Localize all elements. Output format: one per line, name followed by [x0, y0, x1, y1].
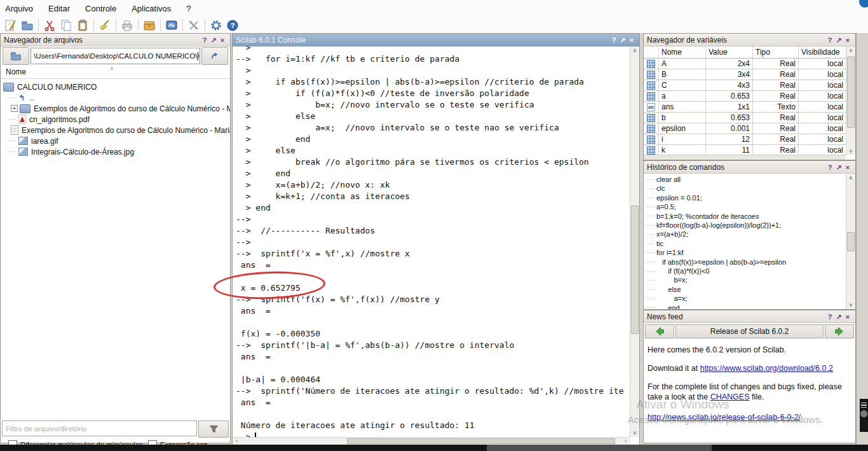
history-item[interactable]: clear all — [648, 175, 846, 184]
panel-help-icon[interactable]: ? — [200, 34, 209, 46]
variable-row[interactable]: k 11 Real local — [644, 145, 846, 155]
filter-funnel-icon[interactable] — [198, 420, 229, 438]
icon-column-header[interactable] — [644, 46, 659, 58]
scrollbar-thumb[interactable] — [347, 438, 615, 444]
panel-close-icon[interactable]: × — [843, 34, 852, 46]
menu-item[interactable]: Aplicativos — [132, 4, 171, 13]
column-header-tipo[interactable]: Tipo — [753, 46, 799, 58]
filter-input[interactable] — [2, 420, 197, 436]
column-header-value[interactable]: Value — [706, 46, 753, 58]
variables-horizontal-scrollbar[interactable] — [644, 155, 846, 160]
scroll-down-icon[interactable]: ∨ — [846, 147, 855, 155]
variable-row[interactable]: B 3x4 Real local — [644, 69, 846, 80]
scrollbar-thumb[interactable] — [847, 232, 855, 251]
scrollbar-thumb[interactable] — [631, 205, 639, 334]
console-horizontal-scrollbar[interactable]: ‹ › — [233, 437, 630, 445]
copy-icon[interactable] — [58, 18, 74, 32]
variable-row[interactable]: a 0.653 Real local — [644, 91, 846, 102]
release-link[interactable]: http://news.scilab.io/release-of-scilab-… — [648, 413, 801, 422]
console-icon[interactable] — [163, 18, 180, 32]
changes-link[interactable]: CHANGES — [710, 392, 750, 401]
file-tree-item[interactable]: Integrais-Cálculo-de-Áreas.jpg — [3, 146, 230, 157]
parent-directory-button[interactable] — [201, 47, 228, 65]
next-news-button[interactable] — [825, 324, 854, 338]
clear-console-icon[interactable] — [97, 18, 113, 32]
scrollbar-thumb[interactable] — [847, 57, 855, 128]
history-item[interactable]: clc — [648, 184, 846, 193]
name-column-header[interactable]: Nome ∧ — [1, 66, 230, 79]
column-header-nome[interactable]: Nome — [659, 46, 706, 58]
history-item[interactable]: epsilon = 0.01; — [648, 193, 846, 202]
panel-close-icon[interactable]: × — [218, 34, 227, 46]
panel-close-icon[interactable]: × — [843, 162, 852, 173]
variables-vertical-scrollbar[interactable]: ∧ ∨ — [846, 46, 855, 155]
news-title-button[interactable]: Release of Scilab 6.0.2 — [675, 324, 824, 338]
console-vertical-scrollbar[interactable]: ∧ ∨ — [630, 46, 639, 437]
scroll-up-icon[interactable]: ∧ — [630, 46, 639, 55]
variable-row[interactable]: ans 1x1 Texto local — [644, 102, 846, 113]
combobox-caret-icon[interactable]: ∨ — [198, 52, 199, 60]
history-item[interactable]: a=0.5; — [648, 202, 846, 211]
launch-editor-icon[interactable] — [3, 18, 19, 32]
history-item[interactable]: if (f(a)*f(x))<0 — [648, 267, 846, 275]
panel-undock-icon[interactable]: ↗ — [834, 162, 843, 173]
file-tree-item[interactable]: cn_algoritmos.pdf — [3, 114, 230, 125]
panel-undock-icon[interactable]: ↗ — [834, 311, 843, 323]
panel-help-icon[interactable]: ? — [609, 34, 618, 46]
print-icon[interactable] — [119, 18, 135, 32]
change-directory-icon[interactable] — [141, 18, 158, 32]
variable-row[interactable]: epsilon 0.001 Real local — [644, 123, 846, 134]
file-tree-item[interactable]: iarea.gif — [3, 135, 230, 146]
variable-row[interactable]: b 0.653 Real local — [644, 113, 846, 123]
expander-icon[interactable]: + — [11, 105, 18, 112]
history-item[interactable]: tic — [648, 239, 846, 248]
menu-item[interactable]: ? — [186, 4, 191, 13]
scroll-up-icon[interactable]: ∧ — [846, 174, 855, 182]
modules-manager-gear-icon[interactable] — [208, 18, 224, 32]
history-item[interactable]: b=1;k=0; %contador de iteracoes — [648, 212, 846, 221]
file-tree-item[interactable]: Exemplos de Algoritmos do curso de Cálcu… — [3, 125, 230, 135]
menu-item[interactable]: Editar — [48, 4, 70, 13]
open-file-icon[interactable] — [19, 18, 36, 32]
panel-undock-icon[interactable]: ↗ — [618, 34, 627, 46]
file-tree-item[interactable]: + Exemplos de Algoritmos do curso de Cál… — [3, 103, 230, 114]
history-item[interactable]: end — [648, 303, 846, 309]
panel-help-icon[interactable]: ? — [825, 162, 834, 173]
panel-close-icon[interactable]: × — [843, 311, 852, 323]
history-item[interactable]: for i=1:kf — [648, 248, 846, 257]
previous-news-button[interactable] — [645, 324, 674, 338]
history-item[interactable]: else — [648, 285, 846, 294]
path-combobox[interactable]: \Users\Fernanda\Desktop\CALCULO NUMERICO… — [31, 48, 200, 64]
download-link[interactable]: https://www.scilab.org/download/6.0.2 — [700, 364, 833, 373]
history-item[interactable]: x=(a+b)/2; — [648, 230, 846, 239]
panel-help-icon[interactable]: ? — [825, 34, 834, 46]
history-item[interactable]: a=x; — [648, 294, 846, 303]
file-tree-item[interactable]: .. — [3, 92, 230, 103]
panel-close-icon[interactable]: × — [627, 34, 636, 46]
variable-row[interactable]: i 12 Real local — [644, 134, 846, 145]
scroll-left-icon[interactable]: ‹ — [233, 438, 241, 445]
panel-undock-icon[interactable]: ↗ — [209, 34, 218, 46]
scroll-right-icon[interactable]: › — [621, 438, 630, 445]
tools-icon[interactable] — [186, 18, 202, 32]
history-vertical-scrollbar[interactable]: ∧ ∨ — [846, 174, 855, 309]
menu-item[interactable]: Controle — [85, 4, 116, 13]
panel-undock-icon[interactable]: ↗ — [834, 34, 843, 46]
menu-item[interactable]: Arquivo — [5, 4, 33, 13]
scroll-down-icon[interactable]: ∨ — [846, 301, 855, 309]
scroll-down-icon[interactable]: ∨ — [630, 429, 639, 437]
console-prompt-line[interactable]: --> — [236, 431, 630, 437]
help-icon[interactable]: ? — [224, 18, 241, 32]
history-item[interactable]: if abs(f(x))>=epsilon | abs(b-a)>=epsilo… — [648, 258, 846, 267]
file-tree-root[interactable]: CALCULO NUMERICO — [3, 81, 230, 92]
paste-icon[interactable] — [74, 18, 91, 32]
folder-button[interactable] — [3, 47, 29, 65]
variable-row[interactable]: C 4x3 Real local — [644, 80, 846, 91]
column-header-visibilidade[interactable]: Visibilidade — [799, 46, 846, 58]
variable-row[interactable]: A 2x4 Real local — [644, 59, 846, 69]
history-item[interactable]: b=x; — [648, 275, 846, 284]
history-item[interactable]: kf=floor((log(b-a)-log(epsilon))/log(2))… — [648, 221, 846, 230]
cut-icon[interactable] — [41, 18, 58, 32]
console-output[interactable]: >--> for i=1:kf //kf tb e criterio de pa… — [233, 46, 630, 437]
scroll-up-icon[interactable]: ∧ — [846, 46, 855, 55]
